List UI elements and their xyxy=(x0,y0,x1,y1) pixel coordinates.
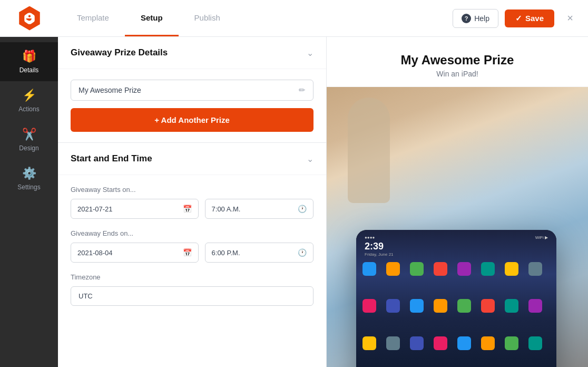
end-label: Giveaway Ends on... xyxy=(71,229,313,237)
start-date-value: 2021-07-21 xyxy=(77,205,113,213)
app-icon-10 xyxy=(386,299,400,313)
design-icon: ✂️ xyxy=(22,128,36,141)
end-clock-icon: 🕐 xyxy=(298,248,307,257)
sidebar-item-details-label: Details xyxy=(19,66,39,74)
time-section-content: Giveaway Starts on... 2021-07-21 📅 7:00 … xyxy=(58,175,326,316)
timezone-value: UTC xyxy=(79,292,93,300)
prize-chevron-icon[interactable]: ⌄ xyxy=(307,48,313,58)
logo-hex xyxy=(17,6,42,31)
tab-template[interactable]: Template xyxy=(61,0,125,36)
app-icon-24 xyxy=(528,336,542,350)
prize-input-wrap: ✏ xyxy=(71,80,313,101)
ipad-status-bar: ●●●●WiFi ▶ xyxy=(360,234,552,241)
save-button[interactable]: ✓ Save xyxy=(505,9,554,27)
sidebar-item-design-label: Design xyxy=(19,144,38,152)
logo-icon xyxy=(23,12,36,25)
main-content: 🎁 Details ⚡ Actions ✂️ Design ⚙️ Setting… xyxy=(0,37,588,367)
prize-section-title: Giveaway Prize Details xyxy=(71,47,168,58)
end-datetime-row: 2021-08-04 📅 6:00 P.M. 🕐 xyxy=(71,243,313,263)
prize-name-input[interactable] xyxy=(79,86,299,94)
add-prize-button[interactable]: + Add Another Prize xyxy=(71,108,313,132)
app-icon-6 xyxy=(481,262,495,276)
time-section-title: Start and End Time xyxy=(71,153,152,164)
sidebar-item-actions-label: Actions xyxy=(18,105,39,113)
app-icon-4 xyxy=(434,262,447,276)
help-button[interactable]: ? Help xyxy=(453,9,498,28)
tab-setup[interactable]: Setup xyxy=(125,0,179,36)
app-icon-12 xyxy=(434,299,447,313)
app-icon-1 xyxy=(362,262,376,276)
sidebar-item-actions[interactable]: ⚡ Actions xyxy=(0,81,58,120)
form-panel: Giveaway Prize Details ⌄ ✏ + Add Another… xyxy=(58,37,327,367)
preview-title: My Awesome Prize xyxy=(337,53,577,67)
end-time-value: 6:00 P.M. xyxy=(212,249,240,257)
help-icon: ? xyxy=(462,14,471,23)
preview-header: My Awesome Prize Win an iPad! xyxy=(327,37,588,87)
ipad-screen: ●●●●WiFi ▶ 2:39 Friday, June 21 xyxy=(356,230,556,367)
ipad-device: ●●●●WiFi ▶ 2:39 Friday, June 21 xyxy=(356,230,556,367)
app-icon-20 xyxy=(434,336,447,350)
details-icon: 🎁 xyxy=(22,50,36,63)
preview-image: ●●●●WiFi ▶ 2:39 Friday, June 21 xyxy=(327,87,588,367)
app-icon-7 xyxy=(505,262,518,276)
app-icon-2 xyxy=(386,262,400,276)
start-calendar-icon: 📅 xyxy=(183,205,192,213)
app-icon-11 xyxy=(410,299,424,313)
app-icon-17 xyxy=(362,336,376,350)
app-icon-19 xyxy=(410,336,424,350)
prize-section-header: Giveaway Prize Details ⌄ xyxy=(58,37,326,69)
sidebar: 🎁 Details ⚡ Actions ✂️ Design ⚙️ Setting… xyxy=(0,37,58,367)
nav-tabs: Template Setup Publish xyxy=(51,0,453,36)
actions-icon: ⚡ xyxy=(22,89,36,102)
sidebar-item-details[interactable]: 🎁 Details xyxy=(0,42,58,81)
ipad-apps xyxy=(360,260,552,367)
app-icon-9 xyxy=(362,299,376,313)
app-icon-15 xyxy=(505,299,518,313)
start-clock-icon: 🕐 xyxy=(298,205,307,213)
timezone-field[interactable]: UTC xyxy=(71,286,313,306)
app-icon-18 xyxy=(386,336,400,350)
start-time-field[interactable]: 7:00 A.M. 🕐 xyxy=(205,199,313,219)
preview-subtitle: Win an iPad! xyxy=(337,70,577,78)
tab-publish[interactable]: Publish xyxy=(179,0,236,36)
app-icon-5 xyxy=(457,262,471,276)
end-date-field[interactable]: 2021-08-04 📅 xyxy=(71,243,199,263)
start-date-field[interactable]: 2021-07-21 📅 xyxy=(71,199,199,219)
start-datetime-row: 2021-07-21 📅 7:00 A.M. 🕐 xyxy=(71,199,313,219)
help-label: Help xyxy=(474,14,489,23)
nav-actions: ? Help ✓ Save × xyxy=(453,9,580,28)
app-icon-22 xyxy=(481,336,495,350)
start-label: Giveaway Starts on... xyxy=(71,186,313,194)
save-label: Save xyxy=(525,14,544,23)
top-nav: Template Setup Publish ? Help ✓ Save × xyxy=(0,0,588,37)
sidebar-item-settings-label: Settings xyxy=(17,183,40,191)
app-icon-21 xyxy=(457,336,471,350)
start-time-value: 7:00 A.M. xyxy=(212,205,241,213)
preview-panel: My Awesome Prize Win an iPad! ●●●●WiFi ▶… xyxy=(327,37,588,367)
sidebar-item-settings[interactable]: ⚙️ Settings xyxy=(0,159,58,198)
app-icon-23 xyxy=(505,336,518,350)
end-calendar-icon: 📅 xyxy=(183,248,192,257)
save-check-icon: ✓ xyxy=(515,14,522,23)
app-icon-8 xyxy=(528,262,542,276)
app-icon-16 xyxy=(528,299,542,313)
ipad-time: 2:39 xyxy=(360,241,552,252)
end-date-value: 2021-08-04 xyxy=(77,249,113,257)
app-icon-14 xyxy=(481,299,495,313)
app-icon-3 xyxy=(410,262,424,276)
ipad-date: Friday, June 21 xyxy=(360,252,552,257)
app-icon-13 xyxy=(457,299,471,313)
close-button[interactable]: × xyxy=(561,9,580,28)
sidebar-item-design[interactable]: ✂️ Design xyxy=(0,120,58,159)
time-chevron-icon[interactable]: ⌄ xyxy=(307,154,313,164)
time-section-header: Start and End Time ⌄ xyxy=(58,143,326,175)
logo xyxy=(8,6,51,31)
end-time-field[interactable]: 6:00 P.M. 🕐 xyxy=(205,243,313,263)
prize-section-content: ✏ + Add Another Prize xyxy=(58,69,326,142)
edit-prize-icon[interactable]: ✏ xyxy=(299,85,306,95)
settings-icon: ⚙️ xyxy=(22,167,36,180)
add-prize-label: + Add Another Prize xyxy=(154,115,230,124)
timezone-label: Timezone xyxy=(71,273,313,281)
